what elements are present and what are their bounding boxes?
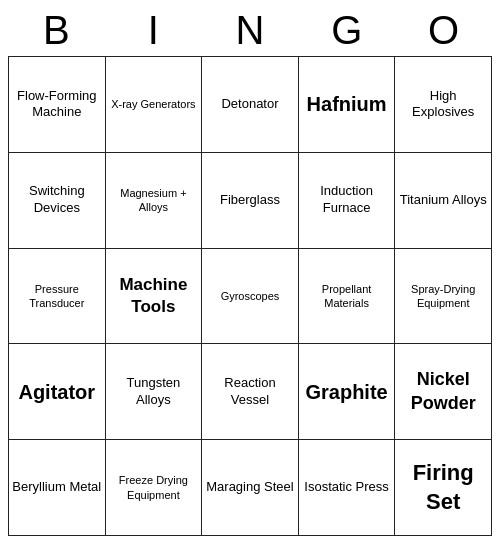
bingo-cell: Freeze Drying Equipment bbox=[105, 440, 202, 536]
bingo-grid: Flow-Forming MachineX-ray GeneratorsDeto… bbox=[8, 56, 492, 536]
letter-n: N bbox=[202, 8, 299, 52]
bingo-cell: Reaction Vessel bbox=[202, 344, 299, 440]
bingo-cell: Spray-Drying Equipment bbox=[395, 248, 492, 344]
bingo-cell: Isostatic Press bbox=[298, 440, 395, 536]
bingo-cell: Tungsten Alloys bbox=[105, 344, 202, 440]
bingo-cell: Propellant Materials bbox=[298, 248, 395, 344]
bingo-cell: Switching Devices bbox=[9, 152, 106, 248]
bingo-cell: Firing Set bbox=[395, 440, 492, 536]
table-row: Pressure TransducerMachine ToolsGyroscop… bbox=[9, 248, 492, 344]
letter-o: O bbox=[395, 8, 492, 52]
table-row: Flow-Forming MachineX-ray GeneratorsDeto… bbox=[9, 57, 492, 153]
bingo-cell: Titanium Alloys bbox=[395, 152, 492, 248]
letter-g: G bbox=[298, 8, 395, 52]
bingo-cell: Hafnium bbox=[298, 57, 395, 153]
bingo-cell: Gyroscopes bbox=[202, 248, 299, 344]
table-row: Switching DevicesMagnesium + AlloysFiber… bbox=[9, 152, 492, 248]
letter-i: I bbox=[105, 8, 202, 52]
bingo-cell: Fiberglass bbox=[202, 152, 299, 248]
bingo-cell: Beryllium Metal bbox=[9, 440, 106, 536]
bingo-cell: High Explosives bbox=[395, 57, 492, 153]
table-row: AgitatorTungsten AlloysReaction VesselGr… bbox=[9, 344, 492, 440]
bingo-cell: Nickel Powder bbox=[395, 344, 492, 440]
bingo-cell: Agitator bbox=[9, 344, 106, 440]
bingo-cell: X-ray Generators bbox=[105, 57, 202, 153]
bingo-cell: Maraging Steel bbox=[202, 440, 299, 536]
bingo-cell: Detonator bbox=[202, 57, 299, 153]
bingo-title: B I N G O bbox=[8, 8, 492, 52]
letter-b: B bbox=[8, 8, 105, 52]
bingo-cell: Magnesium + Alloys bbox=[105, 152, 202, 248]
table-row: Beryllium MetalFreeze Drying EquipmentMa… bbox=[9, 440, 492, 536]
bingo-cell: Machine Tools bbox=[105, 248, 202, 344]
bingo-cell: Induction Furnace bbox=[298, 152, 395, 248]
bingo-cell: Graphite bbox=[298, 344, 395, 440]
bingo-cell: Pressure Transducer bbox=[9, 248, 106, 344]
bingo-cell: Flow-Forming Machine bbox=[9, 57, 106, 153]
